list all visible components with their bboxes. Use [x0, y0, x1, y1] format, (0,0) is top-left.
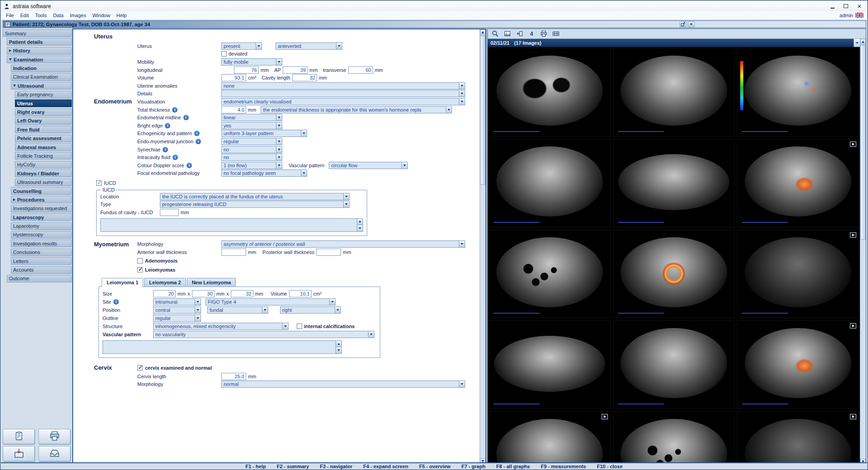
- menu-data[interactable]: Data: [50, 13, 66, 18]
- sidebar-item-history[interactable]: History: [7, 47, 72, 55]
- fkey-summary[interactable]: F2 - summary: [277, 464, 309, 469]
- sidebar-item-ultrasound-summary[interactable]: Ultrasound summary: [15, 179, 72, 186]
- ultrasound-thumbnail[interactable]: [613, 320, 735, 409]
- chevron-down-icon[interactable]: [276, 146, 282, 153]
- uterus-version-select[interactable]: anteverted: [275, 42, 342, 50]
- ultrasound-thumbnail[interactable]: [737, 48, 859, 136]
- details-select[interactable]: [221, 90, 465, 97]
- fkey-measurements[interactable]: F9 - measurements: [541, 464, 586, 469]
- endo-myometrial-junction-select[interactable]: regular: [221, 138, 282, 145]
- total-thickness-input[interactable]: [221, 106, 246, 113]
- intracavity-fluid-select[interactable]: no: [221, 154, 282, 161]
- sidebar-item-outcome[interactable]: Outcome: [7, 275, 72, 282]
- spinner-down-icon[interactable]: [336, 347, 341, 353]
- thickness-comment-select[interactable]: the endometrial thickness is appropriate…: [261, 106, 452, 113]
- figo-type-select[interactable]: FIGO Type 4: [205, 298, 336, 306]
- ultrasound-thumbnail[interactable]: [737, 320, 859, 409]
- fkey-navigator[interactable]: F3 - navigator: [320, 464, 352, 469]
- info-icon[interactable]: [196, 139, 201, 144]
- menu-file[interactable]: File: [3, 13, 17, 18]
- position-2-select[interactable]: fundal: [207, 306, 268, 314]
- endometrial-midline-select[interactable]: linear: [221, 114, 282, 121]
- ultrasound-thumbnail[interactable]: [613, 48, 735, 136]
- close-icon[interactable]: [853, 1, 866, 11]
- zoom-icon[interactable]: [491, 30, 499, 38]
- ultrasound-thumbnail[interactable]: [489, 320, 611, 409]
- sidebar-item-early-pregnancy[interactable]: Early pregnancy: [15, 91, 72, 99]
- info-icon[interactable]: [187, 163, 192, 168]
- iucd-checkbox[interactable]: [96, 180, 102, 186]
- chevron-down-icon[interactable]: [195, 307, 201, 313]
- focal-pathology-select[interactable]: no focal pathology seen: [221, 169, 307, 177]
- chevron-down-icon[interactable]: [282, 323, 288, 329]
- send-to-report-icon[interactable]: [515, 30, 523, 38]
- chevron-down-icon[interactable]: [276, 154, 282, 160]
- visualisation-select[interactable]: endometrium clearly visualised: [221, 98, 465, 105]
- chevron-down-icon[interactable]: [262, 307, 268, 313]
- menu-help[interactable]: Help: [113, 13, 130, 18]
- chevron-down-icon[interactable]: [276, 138, 282, 145]
- close-panel-icon[interactable]: [688, 21, 695, 27]
- position-1-select[interactable]: central: [153, 306, 201, 314]
- ultrasound-thumbnail[interactable]: [489, 48, 611, 136]
- leiomyoma-vascular-select[interactable]: no vascularity: [153, 331, 374, 338]
- iucd-type-select[interactable]: progesterone releasing IUCD: [160, 201, 350, 208]
- sidebar-item-kidneys-bladder[interactable]: Kidneys / Bladder: [15, 169, 72, 177]
- sidebar-item-letters[interactable]: Letters: [11, 257, 72, 265]
- measurement-table-icon[interactable]: [552, 30, 560, 38]
- sidebar-item-indication[interactable]: Indication: [11, 65, 72, 72]
- sidebar-item-right-ovary[interactable]: Right ovary: [15, 108, 72, 116]
- chevron-down-icon[interactable]: [459, 83, 465, 89]
- size-d1-input[interactable]: [153, 290, 176, 297]
- fundus-distance-input[interactable]: [160, 209, 179, 216]
- cervix-morphology-select[interactable]: normal: [221, 381, 465, 388]
- maximize-icon[interactable]: [839, 1, 853, 11]
- info-icon[interactable]: [172, 107, 177, 113]
- ultrasound-thumbnail[interactable]: [489, 411, 611, 464]
- sidebar-item-follicle-tracking[interactable]: Follicle Tracking: [15, 152, 72, 160]
- ultrasound-thumbnail[interactable]: [613, 139, 735, 227]
- size-d2-input[interactable]: [192, 290, 215, 297]
- menu-tools[interactable]: Tools: [32, 13, 50, 18]
- sidebar-item-counselling[interactable]: Counselling: [11, 187, 72, 195]
- chevron-down-icon[interactable]: [459, 381, 465, 387]
- position-3-select[interactable]: right: [280, 306, 341, 314]
- mobility-select[interactable]: fully mobile: [221, 58, 282, 66]
- print-button[interactable]: [38, 429, 70, 444]
- chevron-down-icon[interactable]: [401, 162, 407, 169]
- sidebar-item-laparotomy[interactable]: Laparotomy: [11, 222, 72, 230]
- fkey-graph[interactable]: F7 - graph: [462, 464, 485, 469]
- info-icon[interactable]: [113, 299, 119, 305]
- ultrasound-thumbnail[interactable]: [613, 411, 735, 464]
- chevron-down-icon[interactable]: [459, 90, 465, 97]
- ultrasound-thumbnail[interactable]: [489, 139, 611, 227]
- chevron-down-icon[interactable]: [195, 315, 201, 321]
- sidebar-item-pelvic-assessment[interactable]: Pelvic assessment: [15, 135, 72, 142]
- sidebar-item-free-fluid[interactable]: Free fluid: [15, 126, 72, 133]
- sidebar-item-clinical-examination[interactable]: Clinical Examination: [11, 73, 72, 81]
- chevron-down-icon[interactable]: [459, 99, 465, 105]
- spinner-up-icon[interactable]: [336, 341, 341, 348]
- size-d3-input[interactable]: [231, 290, 253, 297]
- volume-input[interactable]: [221, 74, 246, 81]
- menu-images[interactable]: Images: [67, 13, 89, 18]
- cavity-length-input[interactable]: [292, 74, 317, 81]
- scroll-up-icon[interactable]: [860, 39, 866, 45]
- ultrasound-thumbnail[interactable]: [613, 230, 735, 318]
- cervix-length-input[interactable]: [221, 373, 246, 380]
- chevron-down-icon[interactable]: [276, 162, 282, 169]
- chevron-down-icon[interactable]: [301, 170, 307, 176]
- scrollbar-thumb[interactable]: [860, 45, 866, 240]
- chevron-down-icon[interactable]: [329, 299, 335, 305]
- chevron-down-icon[interactable]: [446, 107, 452, 113]
- fkey-all-graphs[interactable]: F8 - all graphs: [496, 464, 530, 469]
- language-flag-icon[interactable]: [855, 13, 863, 19]
- fkey-help[interactable]: F1 - help: [245, 464, 266, 469]
- fkey-overview[interactable]: F5 - overview: [419, 464, 451, 469]
- report-button[interactable]: [3, 429, 35, 444]
- chevron-down-icon[interactable]: [854, 39, 860, 47]
- chevron-down-icon[interactable]: [276, 122, 282, 129]
- info-icon[interactable]: [183, 115, 189, 120]
- leiomyomas-checkbox[interactable]: [137, 267, 143, 273]
- menu-window[interactable]: Window: [89, 13, 113, 18]
